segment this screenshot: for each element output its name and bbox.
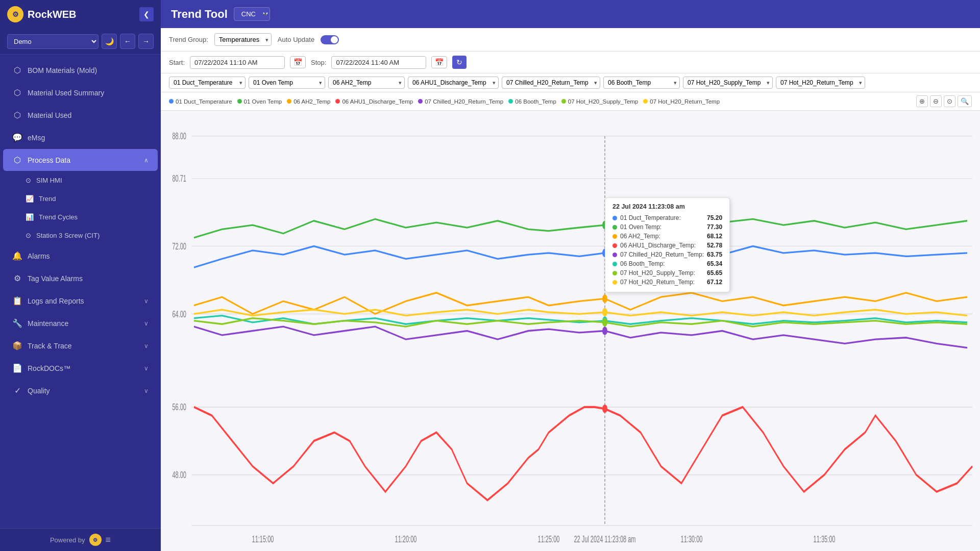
legend-dot: [418, 99, 423, 104]
chevron-down-icon: ∨: [144, 365, 149, 372]
forward-button[interactable]: →: [138, 34, 154, 49]
tooltip-value: 65.34: [707, 260, 722, 267]
sidebar-item-label: RockDOCs™: [28, 364, 139, 372]
svg-text:48.00: 48.00: [172, 469, 186, 480]
svg-point-27: [602, 308, 607, 317]
station-3-icon: ⊙: [26, 232, 31, 239]
quality-icon: ✓: [12, 386, 22, 395]
sidebar-item-label: SIM HMI: [36, 177, 62, 184]
sidebar-item-label: Logs and Reports: [28, 297, 139, 305]
main-content: Trend Tool CNC Trend Group: Temperatures…: [161, 0, 980, 551]
sidebar-item-material-used[interactable]: ⬡ Material Used: [3, 104, 158, 126]
trend-group-select[interactable]: Temperatures: [214, 33, 272, 46]
chevron-up-icon: ∧: [144, 157, 149, 164]
sidebar-footer: Powered by ⚙ ≡: [0, 528, 161, 551]
track-trace-icon: 📦: [12, 341, 22, 350]
stop-calendar-button[interactable]: 📅: [431, 56, 447, 68]
svg-point-23: [602, 405, 607, 413]
collapse-button[interactable]: ❮: [139, 7, 154, 21]
tag-select-wrapper-4: 06 AHU1_Discharge_Temp: [408, 77, 499, 89]
auto-update-toggle[interactable]: [321, 35, 339, 44]
zoom-reset-button[interactable]: ⊙: [944, 95, 955, 107]
tooltip-dot: [612, 225, 617, 230]
sidebar-item-material-used-summary[interactable]: ⬡ Material Used Summary: [3, 82, 158, 104]
sidebar-item-bom-materials[interactable]: ⬡ BOM Materials (Mold): [3, 59, 158, 81]
refresh-button[interactable]: ↻: [452, 56, 467, 69]
start-label: Start:: [169, 59, 185, 66]
legend-dot: [237, 99, 242, 104]
datetime-controls: Start: 📅 Stop: 📅 ↻: [161, 52, 980, 73]
chevron-down-icon: ∨: [144, 387, 149, 394]
sidebar-item-alarms[interactable]: 🔔 Alarms: [3, 245, 158, 267]
legend-item-booth-temp: 06 Booth_Temp: [508, 98, 556, 105]
tooltip-label: 06 Booth_Temp:: [620, 260, 704, 267]
sidebar-item-maintenance[interactable]: 🔧 Maintenance ∨: [3, 312, 158, 334]
chart-legend: 01 Duct_Temperature 01 Oven Temp 06 AH2_…: [161, 92, 980, 111]
svg-text:11:20:00: 11:20:00: [395, 534, 417, 544]
svg-text:11:30:00: 11:30:00: [681, 534, 703, 544]
sidebar-item-trend-cycles[interactable]: 📊 Trend Cycles: [3, 208, 158, 226]
sidebar-item-tag-value-alarms[interactable]: ⚙ Tag Value Alarms: [3, 267, 158, 289]
svg-text:56.00: 56.00: [172, 402, 186, 413]
auto-update-label: Auto Update: [278, 36, 314, 43]
zoom-out-button[interactable]: ⊖: [930, 95, 942, 107]
sidebar-item-process-data[interactable]: ⬡ Process Data ∧: [3, 149, 158, 171]
legend-item-oven-temp: 01 Oven Temp: [237, 98, 282, 105]
stop-datetime-input[interactable]: [331, 56, 426, 69]
sidebar-item-label: Tag Value Alarms: [28, 274, 149, 283]
chart-tooltip: 22 Jul 2024 11:23:08 am 01 Duct_Temperat…: [605, 197, 730, 292]
legend-label: 07 Chilled_H20_Return_Temp: [425, 98, 503, 105]
sidebar-item-rockdocs[interactable]: 📄 RockDOCs™ ∨: [3, 357, 158, 379]
tooltip-label: 07 Hot_H20_Supply_Temp:: [620, 269, 704, 277]
back-button[interactable]: ←: [120, 34, 135, 49]
sidebar-item-emsg[interactable]: 💬 eMsg: [3, 127, 158, 148]
tag-select-7[interactable]: 07 Hot_H20_Supply_Temp: [683, 77, 773, 89]
sidebar-item-sim-hmi[interactable]: ⊙ SIM HMI: [3, 171, 158, 189]
tag-select-6[interactable]: 06 Booth_Temp: [603, 77, 680, 89]
tooltip-title: 22 Jul 2024 11:23:08 am: [612, 203, 722, 210]
start-calendar-button[interactable]: 📅: [290, 56, 306, 68]
emsg-icon: 💬: [12, 133, 22, 142]
svg-text:22 Jul 2024 11:23:08 am: 22 Jul 2024 11:23:08 am: [574, 534, 635, 544]
tooltip-label: 01 Duct_Temperature:: [620, 214, 704, 221]
sidebar-controls: Demo 🌙 ← →: [0, 29, 161, 55]
brand: ⚙ RockWEB: [7, 6, 77, 22]
tag-select-8[interactable]: 07 Hot_H20_Return_Temp: [776, 77, 865, 89]
cnc-select-wrapper: CNC: [234, 7, 270, 21]
zoom-in-button[interactable]: ⊕: [916, 95, 928, 107]
chart-area[interactable]: 88.00 80.71 72.00 64.00 56.00 48.00 11:1…: [161, 111, 980, 551]
tooltip-label: 06 AH2_Temp:: [620, 233, 704, 240]
tag-select-2[interactable]: 01 Oven Temp: [249, 77, 325, 89]
sidebar-item-station-3-screw[interactable]: ⊙ Station 3 Screw (CIT): [3, 227, 158, 244]
trend-group-label: Trend Group:: [169, 36, 208, 43]
legend-dot: [561, 99, 566, 104]
sidebar-item-track-trace[interactable]: 📦 Track & Trace ∨: [3, 335, 158, 357]
legend-label: 06 AHU1_Discharge_Temp: [342, 98, 413, 105]
tag-select-5[interactable]: 07 Chilled_H20_Return_Temp: [502, 77, 600, 89]
tooltip-value: 75.20: [707, 214, 722, 221]
sidebar-item-trend[interactable]: 📈 Trend: [3, 190, 158, 208]
svg-text:11:35:00: 11:35:00: [814, 534, 836, 544]
tag-select-4[interactable]: 06 AHU1_Discharge_Temp: [408, 77, 499, 89]
dark-mode-button[interactable]: 🌙: [102, 34, 117, 49]
sidebar-nav: ⬡ BOM Materials (Mold) ⬡ Material Used S…: [0, 55, 161, 528]
cnc-select[interactable]: CNC: [234, 7, 270, 21]
chevron-down-icon: ∨: [144, 342, 149, 349]
legend-item-chilled-h20: 07 Chilled_H20_Return_Temp: [418, 98, 503, 105]
tag-select-3[interactable]: 06 AH2_Temp: [328, 77, 405, 89]
tag-select-wrapper-5: 07 Chilled_H20_Return_Temp: [502, 77, 600, 89]
material-used-summary-icon: ⬡: [12, 88, 22, 97]
footer-logo: ⚙: [89, 534, 102, 546]
sidebar-item-quality[interactable]: ✓ Quality ∨: [3, 380, 158, 402]
legend-label: 01 Duct_Temperature: [176, 98, 232, 105]
demo-select[interactable]: Demo: [7, 34, 99, 49]
tag-select-1[interactable]: 01 Duct_Temperature: [169, 77, 246, 89]
sidebar-item-logs-and-reports[interactable]: 📋 Logs and Reports ∨: [3, 290, 158, 312]
maintenance-icon: 🔧: [12, 318, 22, 328]
zoom-select-button[interactable]: 🔍: [958, 95, 972, 107]
trend-icon: 📈: [26, 195, 34, 203]
sidebar-item-label: Material Used Summary: [28, 89, 149, 97]
start-datetime-input[interactable]: [190, 56, 285, 69]
tooltip-value: 52.78: [707, 242, 722, 249]
trend-group-select-wrapper: Temperatures: [214, 33, 272, 46]
